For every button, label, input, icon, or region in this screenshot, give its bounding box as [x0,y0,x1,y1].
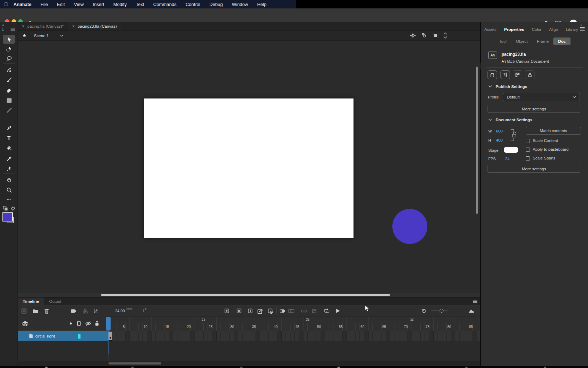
hide-layers-icon[interactable] [85,321,91,326]
lasso-tool[interactable] [3,54,15,63]
frame-cell[interactable] [112,331,117,341]
frame-cell[interactable] [217,331,221,341]
frame-cell[interactable] [451,331,455,341]
remove-frames-button[interactable] [267,308,273,314]
menu-modify[interactable]: Modify [109,2,131,7]
edit-multiple-frames-button[interactable] [301,308,307,314]
frame-cell[interactable] [230,331,234,341]
stage-canvas[interactable] [144,98,354,238]
frame-cell[interactable] [273,331,277,341]
layer-row[interactable]: circle_right [18,331,108,341]
frame-cell[interactable] [121,331,125,341]
playhead[interactable] [106,317,111,330]
menu-file[interactable]: File [36,2,52,7]
current-frame-value[interactable]: 1 [142,309,145,313]
collapse-panel-icon[interactable]: « [2,23,4,27]
timeline-fps-value[interactable]: 24.00 [115,309,125,313]
frame-cell[interactable] [343,331,347,341]
frame-cell[interactable] [316,331,321,341]
frame-cell[interactable] [204,331,208,341]
frame-cell[interactable] [256,331,260,341]
frame-cell[interactable] [208,331,212,341]
insert-frame-button[interactable] [247,308,253,314]
more-tools-button[interactable]: ••• [3,195,15,204]
frame-cell[interactable] [455,331,460,341]
menu-window[interactable]: Window [227,2,252,7]
frame-cell[interactable] [278,331,282,341]
frame-cell[interactable] [212,331,217,341]
frame-cell[interactable] [477,331,480,341]
frame-cell[interactable] [412,331,416,341]
frame-cell[interactable] [334,331,338,341]
layer-name[interactable]: circle_right [35,334,55,338]
menu-animate[interactable]: Animate [8,2,36,7]
tools-panel-menu-icon[interactable] [10,28,15,31]
frame-cell[interactable] [286,331,290,341]
eraser-tool[interactable] [3,86,15,95]
reset-timeline-zoom-button[interactable] [421,308,427,314]
frame-cell[interactable] [390,331,394,341]
highlight-layers-icon[interactable] [70,322,72,325]
document-settings-header[interactable]: Document Settings [496,118,532,122]
frame-cell[interactable] [139,331,143,341]
panel-tab-assets[interactable]: Assets [484,27,497,32]
width-value[interactable]: 600 [496,129,503,133]
auto-keyframe-button[interactable]: A [257,308,263,314]
new-layer-button[interactable] [21,308,27,314]
rotate-stage-icon[interactable] [421,32,428,39]
frame-cell[interactable] [325,331,329,341]
timeline-scrollbar[interactable] [108,362,161,364]
modify-markers-button[interactable] [311,308,317,314]
apple-icon[interactable]:  [4,1,8,7]
timeline-seconds-ruler[interactable]: 1s2s3s [108,317,480,323]
default-colors-icon[interactable] [3,206,8,211]
horizontal-scrollbar[interactable] [101,294,390,296]
frame-cell[interactable] [117,331,121,341]
frame-cell[interactable] [186,331,190,341]
layers-stack-icon[interactable] [22,321,28,326]
selection-tool[interactable] [3,35,15,44]
stage-color-swatch[interactable] [504,147,518,153]
frame-cell[interactable] [356,331,360,341]
zoom-stepper[interactable] [443,32,447,39]
expand-panel-icon[interactable]: » [580,23,582,27]
frame-cell[interactable] [195,331,199,341]
frame-cell[interactable] [225,331,230,341]
close-icon[interactable]: × [22,24,24,29]
frame-cell[interactable] [156,331,160,341]
match-contents-button[interactable]: Match contents [526,127,581,135]
frame-cell[interactable] [303,331,308,341]
frame-cell[interactable] [394,331,399,341]
panel-tab-align[interactable]: Align [549,27,558,32]
pen-tool[interactable] [3,123,15,132]
frame-cell[interactable] [199,331,203,341]
frame-cell[interactable] [264,331,268,341]
frame-cell[interactable] [408,331,412,341]
loop-button[interactable] [323,308,330,314]
tools-panel-tab[interactable]: 1 [2,27,4,31]
rectangle-tool[interactable] [3,96,15,105]
layer-depth-button[interactable] [93,308,99,314]
frame-cell[interactable] [308,331,312,341]
frame-cell[interactable] [251,331,255,341]
layer-outline-color-swatch[interactable] [78,334,80,339]
play-button[interactable] [335,308,341,314]
rulers-button[interactable] [513,70,522,79]
publish-collapse-chevron[interactable] [488,85,492,88]
frame-cell[interactable] [169,331,173,341]
frame-cell[interactable] [134,331,138,341]
frame-cell[interactable] [260,331,264,341]
frame-cell[interactable] [243,331,247,341]
lock-layers-icon[interactable] [94,321,99,326]
edit-symbols-icon[interactable]: ♣ [23,33,26,38]
scale-content-checkbox[interactable] [526,139,530,143]
circle-shape[interactable] [392,209,427,244]
frame-cell[interactable] [373,331,377,341]
snap-align-button[interactable] [500,70,510,79]
timeline-frame-ruler[interactable]: 510152025303540455055606570758085 [108,323,480,331]
frame-cell[interactable] [460,331,464,341]
subtab-doc[interactable]: Doc [553,38,571,45]
camera-button[interactable] [70,308,77,314]
publish-more-settings-button[interactable]: More settings [488,105,580,113]
frame-cell[interactable] [386,331,390,341]
